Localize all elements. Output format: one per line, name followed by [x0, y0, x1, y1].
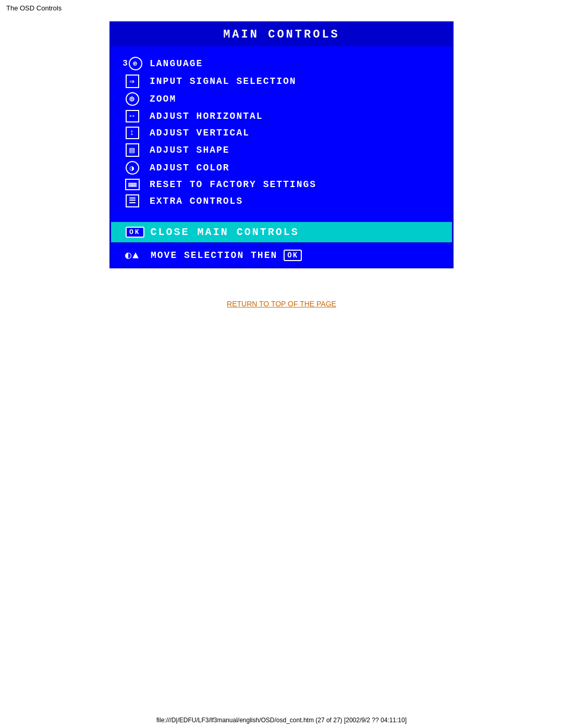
osd-footer: ◐▲ MOVE SELECTION THEN OK	[111, 242, 452, 267]
osd-header: MAIN CONTROLS	[111, 23, 452, 46]
language-icon: 3⊕	[121, 57, 143, 70]
osd-container: MAIN CONTROLS 3⊕ LANGUAGE ⇒ INPUT SIGNAL…	[109, 21, 454, 268]
zoom-icon: ⊕	[121, 92, 143, 106]
reset-icon: ▦▦	[121, 179, 143, 190]
menu-item-adjust-vert[interactable]: ↕ ADJUST VERTICAL	[121, 125, 442, 141]
menu-label-language: LANGUAGE	[150, 58, 203, 69]
input-signal-icon: ⇒	[121, 75, 143, 88]
menu-label-adjust-shape: ADJUST SHAPE	[150, 145, 230, 155]
page-footer: file:///D|/EDFU/LF3/lf3manual/english/OS…	[0, 717, 563, 724]
close-bar-label: CLOSE MAIN CONTROLS	[151, 226, 299, 238]
return-to-top-link[interactable]: RETURN TO TOP OF THE PAGE	[227, 300, 336, 308]
menu-label-adjust-color: ADJUST COLOR	[150, 163, 230, 173]
menu-label-reset: RESET TO FACTORY SETTINGS	[150, 179, 316, 190]
menu-item-adjust-shape[interactable]: ▤ ADJUST SHAPE	[121, 141, 442, 159]
osd-menu: 3⊕ LANGUAGE ⇒ INPUT SIGNAL SELECTION ⊕ Z…	[111, 46, 452, 218]
adjust-horiz-icon: ↔	[121, 110, 143, 122]
nav-icon: ◐▲	[121, 249, 143, 262]
menu-label-extra: EXTRA CONTROLS	[150, 196, 243, 206]
menu-item-language[interactable]: 3⊕ LANGUAGE	[121, 55, 442, 72]
adjust-shape-icon: ▤	[121, 143, 143, 157]
menu-item-adjust-horiz[interactable]: ↔ ADJUST HORIZONTAL	[121, 108, 442, 125]
extra-icon: ☰	[121, 194, 143, 207]
adjust-color-icon: ◑	[121, 161, 143, 175]
menu-item-zoom[interactable]: ⊕ ZOOM	[121, 90, 442, 108]
footer-ok-badge: OK	[284, 250, 302, 261]
return-link-wrapper: RETURN TO TOP OF THE PAGE	[0, 300, 563, 308]
menu-label-adjust-horiz: ADJUST HORIZONTAL	[150, 111, 263, 121]
close-ok-icon: OK	[121, 227, 144, 238]
menu-item-extra[interactable]: ☰ EXTRA CONTROLS	[121, 192, 442, 209]
page-title: The OSD Controls	[0, 0, 563, 16]
menu-item-reset[interactable]: ▦▦ RESET TO FACTORY SETTINGS	[121, 177, 442, 192]
menu-item-input-signal[interactable]: ⇒ INPUT SIGNAL SELECTION	[121, 72, 442, 90]
footer-label: MOVE SELECTION THEN	[151, 250, 277, 261]
menu-label-adjust-vert: ADJUST VERTICAL	[150, 128, 250, 138]
close-bar[interactable]: OK CLOSE MAIN CONTROLS	[111, 222, 452, 242]
adjust-vert-icon: ↕	[121, 127, 143, 139]
menu-label-zoom: ZOOM	[150, 94, 176, 104]
menu-label-input-signal: INPUT SIGNAL SELECTION	[150, 76, 297, 87]
menu-item-adjust-color[interactable]: ◑ ADJUST COLOR	[121, 159, 442, 177]
